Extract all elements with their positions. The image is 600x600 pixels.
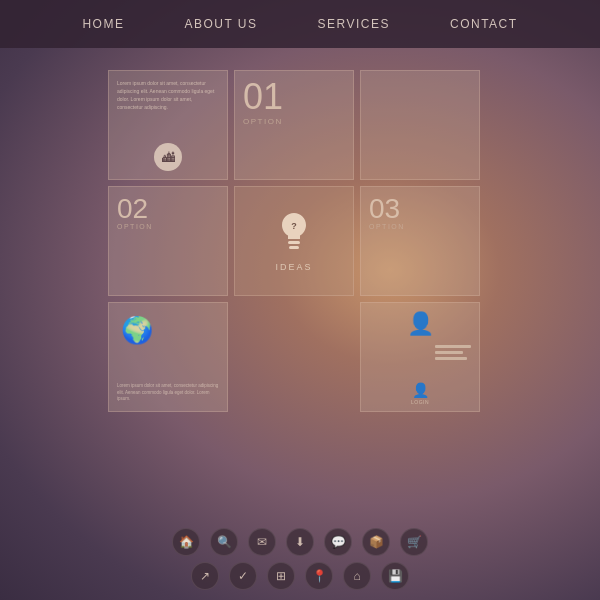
pin-icon[interactable]: 📍 (305, 562, 333, 590)
nav-contact[interactable]: CONTACT (450, 17, 518, 31)
icon-row-2: ↗ ✓ ⊞ 📍 ⌂ 💾 (191, 562, 409, 590)
nav-home[interactable]: HOME (82, 17, 124, 31)
bulb-icon: ? (278, 211, 310, 258)
svg-rect-1 (289, 246, 299, 249)
navigation: HOME ABOUT US SERVICES CONTACT (0, 0, 600, 48)
lorem-text-2: Lorem ipsum dolor sit amet, consectetur … (117, 383, 219, 403)
option-01-tile: 01 OPTION (234, 70, 354, 180)
login-icon: 👤 (412, 382, 429, 398)
person-tile: 👤 👤 LOGIN (360, 302, 480, 412)
option-02-label: OPTION (117, 223, 219, 230)
login-label: LOGIN (411, 399, 429, 405)
login-section: 👤 LOGIN (411, 382, 429, 405)
background: HOME ABOUT US SERVICES CONTACT Lorem ips… (0, 0, 600, 600)
text-tile: Lorem ipsum dolor sit amet, consectetur … (108, 70, 228, 180)
share-icon[interactable]: ↗ (191, 562, 219, 590)
bar-3 (435, 357, 467, 360)
ideas-tile: ? IDEAS (234, 186, 354, 296)
home-icon[interactable]: 🏠 (172, 528, 200, 556)
cart-icon[interactable]: 🛒 (400, 528, 428, 556)
svg-text:?: ? (291, 221, 297, 231)
ideas-label: IDEAS (275, 262, 312, 272)
grid-area: Lorem ipsum dolor sit amet, consectetur … (108, 70, 493, 412)
house-icon[interactable]: ⌂ (343, 562, 371, 590)
box-icon[interactable]: 📦 (362, 528, 390, 556)
search-icon[interactable]: 🔍 (210, 528, 238, 556)
option-02-number: 02 (117, 195, 219, 223)
download-icon[interactable]: ⬇ (286, 528, 314, 556)
option-03-tile: 03 OPTION (360, 186, 480, 296)
option-03-number: 03 (369, 195, 471, 223)
lorem-text-1: Lorem ipsum dolor sit amet, consectetur … (117, 79, 219, 111)
grid-icon[interactable]: ⊞ (267, 562, 295, 590)
chat-icon[interactable]: 💬 (324, 528, 352, 556)
bars (435, 345, 471, 360)
nav-services[interactable]: SERVICES (318, 17, 390, 31)
save-icon[interactable]: 💾 (381, 562, 409, 590)
icon-row-1: 🏠 🔍 ✉ ⬇ 💬 📦 🛒 (172, 528, 428, 556)
check-icon[interactable]: ✓ (229, 562, 257, 590)
option-02-tile: 02 OPTION (108, 186, 228, 296)
nav-about[interactable]: ABOUT US (184, 17, 257, 31)
person-top-icon: 👤 (407, 311, 434, 337)
city-icon: 🏙 (154, 143, 182, 171)
option-01-label: OPTION (243, 117, 345, 126)
bottom-icons: 🏠 🔍 ✉ ⬇ 💬 📦 🛒 ↗ ✓ ⊞ 📍 ⌂ 💾 (0, 528, 600, 590)
mail-icon[interactable]: ✉ (248, 528, 276, 556)
globe-tile: 🌍 Lorem ipsum dolor sit amet, consectetu… (108, 302, 228, 412)
empty-tile-bm (234, 302, 354, 412)
globe-icon: 🌍 (121, 315, 153, 346)
bar-2 (435, 351, 463, 354)
bar-1 (435, 345, 471, 348)
option-01-number: 01 (243, 79, 345, 115)
option-03-label: OPTION (369, 223, 471, 230)
empty-tile-tr (360, 70, 480, 180)
svg-rect-0 (288, 241, 300, 244)
